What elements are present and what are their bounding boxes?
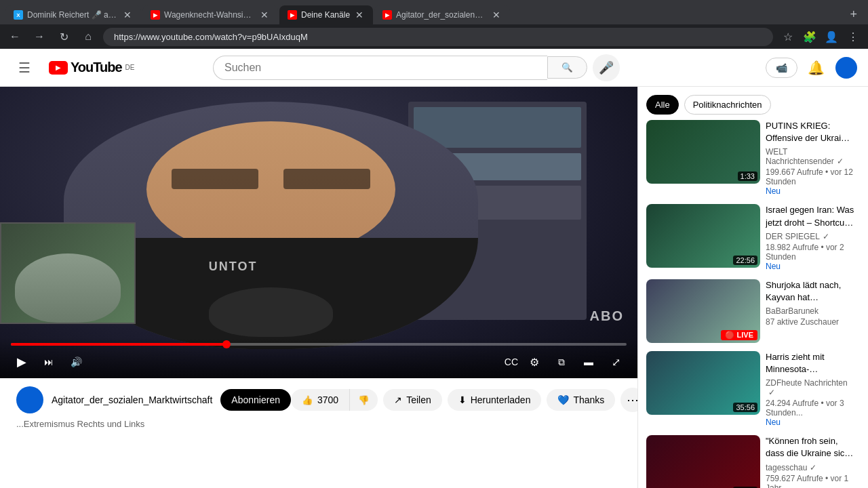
tab-close-button[interactable]: ✕ bbox=[259, 8, 270, 22]
tab-close-button[interactable]: ✕ bbox=[354, 8, 365, 22]
browser-tab-tab-3[interactable]: ▶ Deine Kanäle ✕ bbox=[279, 5, 373, 24]
share-button[interactable]: ↗ Teilen bbox=[383, 389, 442, 411]
browser-chrome: X Dominik Reichert 🎤 auf X: „8... ✕ ▶ Wa… bbox=[0, 0, 868, 49]
subtitles-button[interactable]: CC bbox=[505, 357, 518, 367]
video-duration: 35:56 bbox=[733, 403, 757, 412]
miniplayer-button[interactable]: ⧉ bbox=[551, 351, 572, 373]
new-badge: Neu bbox=[766, 262, 781, 271]
browser-tabs: X Dominik Reichert 🎤 auf X: „8... ✕ ▶ Wa… bbox=[0, 0, 868, 24]
create-button[interactable]: 📹 bbox=[766, 58, 797, 78]
rec-meta: 759.627 Aufrufe • vor 1 Jahr bbox=[766, 474, 854, 489]
forward-button[interactable]: → bbox=[30, 27, 49, 46]
extensions-button[interactable]: 🧩 bbox=[800, 27, 819, 46]
download-button[interactable]: ⬇ Herunterladen bbox=[448, 389, 542, 411]
filter-chip-all[interactable]: Alle bbox=[646, 95, 679, 115]
mic-button[interactable]: 🎤 bbox=[593, 54, 620, 81]
tab-favicon: ▶ bbox=[151, 10, 160, 20]
avatar[interactable] bbox=[835, 57, 857, 79]
video-player[interactable]: UNTOT ABO bbox=[0, 87, 637, 378]
sidebar-filter: AllePolitiknachrichten bbox=[638, 87, 868, 120]
recommendations-list: 1:33 PUTINS KRIEG: Offensive der Ukraine… bbox=[638, 120, 868, 488]
search-button[interactable]: 🔍 bbox=[547, 56, 587, 79]
thanks-button[interactable]: 💙 Thanks bbox=[547, 389, 615, 411]
youtube-app: ☰ YouTubeDE 🔍 🎤 📹 🔔 bbox=[0, 49, 868, 488]
hamburger-icon: ☰ bbox=[18, 60, 31, 76]
theater-button[interactable]: ▬ bbox=[578, 351, 599, 373]
bookmark-button[interactable]: ☆ bbox=[778, 27, 797, 46]
tab-close-button[interactable]: ✕ bbox=[122, 8, 133, 22]
like-button[interactable]: 👍 3700 bbox=[291, 389, 349, 411]
filter-chip-politics[interactable]: Politiknachrichten bbox=[684, 95, 771, 115]
skip-back-button[interactable]: ⏭ bbox=[38, 351, 60, 373]
sidebar: AllePolitiknachrichten 1:33 PUTINS KRIEG… bbox=[637, 87, 868, 488]
tab-favicon: X bbox=[14, 10, 23, 20]
thumbs-down-icon: 👎 bbox=[358, 395, 370, 405]
browser-bar: ← → ↻ ⌂ https://www.youtube.com/watch?v=… bbox=[0, 24, 868, 49]
reload-button[interactable]: ↻ bbox=[54, 27, 73, 46]
play-pause-button[interactable]: ▶ bbox=[11, 351, 33, 373]
thumbs-up-icon: 👍 bbox=[302, 395, 313, 405]
rec-thumbnail: 22:56 bbox=[646, 204, 760, 268]
video-meta-row: Agitator_der_sozialen_Marktwirtschaft Ab… bbox=[16, 386, 621, 413]
profile-button[interactable]: 👤 bbox=[822, 27, 841, 46]
header-right: 📹 🔔 bbox=[766, 54, 857, 81]
rec-meta: 18.982 Aufrufe • vor 2 StundenNeu bbox=[766, 243, 854, 271]
rec-item[interactable]: 35:56 Harris zieht mit Minnesota-Gouvern… bbox=[646, 351, 860, 427]
settings-button[interactable]: ⚙ bbox=[524, 351, 545, 373]
rec-item[interactable]: 27:34 "Können froh sein, dass die Ukrain… bbox=[646, 435, 860, 488]
rec-channel: ZDFheute Nachrichten✓ bbox=[766, 378, 854, 397]
youtube-logo[interactable]: YouTubeDE bbox=[49, 60, 134, 75]
rec-item[interactable]: 🔴 LIVE Shurjoka lädt nach, Kayvan hat Me… bbox=[646, 279, 860, 343]
home-button[interactable]: ⌂ bbox=[79, 27, 98, 46]
more-icon: ⋯ bbox=[627, 392, 637, 407]
video-description: ...Extremismus Rechts und Links bbox=[16, 419, 621, 429]
notifications-button[interactable]: 🔔 bbox=[803, 54, 830, 81]
subscribe-button[interactable]: Abonnieren bbox=[220, 389, 291, 411]
video-watermark: ABO bbox=[590, 308, 624, 324]
verified-icon: ✓ bbox=[810, 463, 816, 472]
youtube-header: ☰ YouTubeDE 🔍 🎤 📹 🔔 bbox=[0, 49, 868, 87]
volume-button[interactable]: 🔊 bbox=[65, 351, 87, 373]
hamburger-menu[interactable]: ☰ bbox=[11, 54, 38, 81]
search-input[interactable] bbox=[224, 62, 536, 74]
rec-item[interactable]: 22:56 Israel gegen Iran: Was jetzt droht… bbox=[646, 204, 860, 270]
browser-tab-tab-2[interactable]: ▶ Wagenknecht-Wahnsinn: Ukrain... ✕ bbox=[142, 5, 278, 24]
channel-name: Agitator_der_sozialen_Marktwirtschaft bbox=[52, 394, 212, 405]
channel-info: Agitator_der_sozialen_Marktwirtschaft bbox=[52, 394, 212, 405]
fullscreen-button[interactable]: ⤢ bbox=[605, 351, 627, 373]
youtube-main: UNTOT ABO bbox=[0, 87, 868, 488]
thanks-icon: 💙 bbox=[557, 394, 569, 405]
menu-button[interactable]: ⋮ bbox=[844, 27, 863, 46]
browser-actions: ☆ 🧩 👤 ⋮ bbox=[778, 27, 863, 46]
below-video: Agitator_der_sozialen_Marktwirtschaft Ab… bbox=[0, 378, 637, 437]
verified-icon: ✓ bbox=[823, 232, 829, 241]
tab-favicon: ▶ bbox=[382, 10, 392, 20]
rec-meta: 24.294 Aufrufe • vor 3 Stunden...Neu bbox=[766, 399, 854, 427]
tab-title: Agitator_der_sozialen_Marktwirt... bbox=[396, 10, 487, 20]
rec-meta: 199.667 Aufrufe • vor 12 StundenNeu bbox=[766, 167, 854, 196]
search-area: 🔍 🎤 bbox=[213, 54, 620, 81]
rec-channel: DER SPIEGEL✓ bbox=[766, 232, 854, 241]
new-tab-button[interactable]: + bbox=[844, 5, 863, 24]
download-icon: ⬇ bbox=[458, 394, 467, 405]
more-button[interactable]: ⋯ bbox=[620, 388, 637, 412]
address-bar[interactable]: https://www.youtube.com/watch?v=p9bUAIxd… bbox=[103, 28, 773, 46]
progress-filled bbox=[11, 343, 226, 346]
new-badge: Neu bbox=[766, 186, 781, 196]
rec-meta: 87 aktive Zuschauer bbox=[766, 317, 854, 327]
rec-thumbnail: 🔴 LIVE bbox=[646, 279, 760, 343]
back-button[interactable]: ← bbox=[5, 27, 24, 46]
browser-tab-tab-1[interactable]: X Dominik Reichert 🎤 auf X: „8... ✕ bbox=[5, 5, 141, 24]
notifications-icon: 🔔 bbox=[808, 60, 825, 76]
dislike-button[interactable]: 👎 bbox=[349, 389, 378, 411]
rec-item[interactable]: 1:33 PUTINS KRIEG: Offensive der Ukraine… bbox=[646, 120, 860, 196]
live-badge: 🔴 LIVE bbox=[721, 330, 757, 340]
tab-close-button[interactable]: ✕ bbox=[491, 8, 502, 22]
rec-thumbnail: 27:34 bbox=[646, 435, 760, 488]
browser-tab-tab-4[interactable]: ▶ Agitator_der_sozialen_Marktwirt... ✕ bbox=[374, 5, 510, 24]
new-badge: Neu bbox=[766, 418, 781, 427]
like-dislike-group: 👍 3700 👎 bbox=[291, 389, 378, 411]
search-input-wrap bbox=[213, 56, 547, 80]
progress-bar[interactable] bbox=[11, 343, 627, 346]
channel-avatar[interactable] bbox=[16, 386, 43, 413]
